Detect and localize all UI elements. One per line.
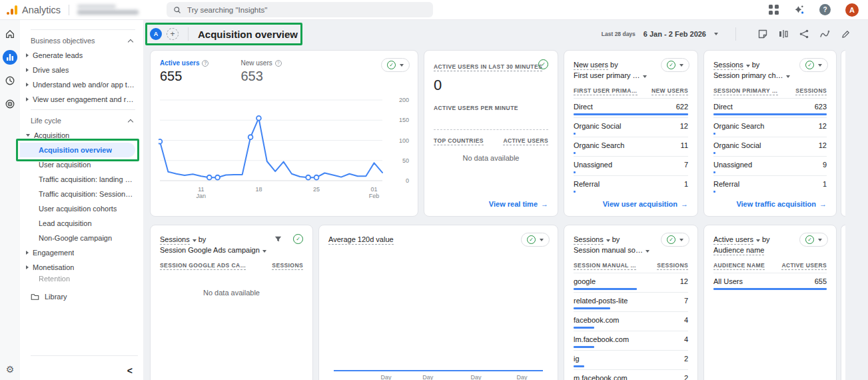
account-property-selector[interactable] (77, 5, 139, 15)
sidebar-item-traffic-acquisition-session[interactable]: Traffic acquisition: Session… (20, 187, 143, 201)
chevron-down-icon (643, 75, 647, 78)
metric-selector[interactable]: New users (574, 61, 608, 70)
sidebar-item-acquisition-overview[interactable]: Acquisition overview (20, 143, 135, 157)
sidebar-item-generate-leads[interactable]: Generate leads (20, 48, 143, 63)
page-title: Acquisition overview (198, 29, 298, 40)
chevron-down-icon (400, 64, 404, 67)
card-active-users-by-audience: Active users by Audience name ✓ AUDIENCE… (703, 225, 837, 380)
data-quality-dropdown[interactable]: ✓ (521, 233, 550, 247)
metric-value: 623 (815, 103, 827, 111)
insights-sparkle-icon[interactable] (793, 4, 805, 15)
dimension-value: Organic Search (574, 141, 624, 149)
view-real-time-link[interactable]: View real time→ (489, 200, 548, 208)
sidebar-item-retention[interactable]: Retention (20, 275, 143, 281)
explore-icon[interactable] (3, 73, 17, 88)
sidebar-item-user-acquisition[interactable]: User acquisition (20, 157, 143, 172)
reports-icon[interactable] (3, 50, 17, 65)
admin-gear-icon[interactable]: ⚙ (0, 364, 20, 375)
chevron-down-icon (646, 250, 650, 253)
sidebar-item-engagement[interactable]: Engagement (20, 245, 143, 260)
table-row: Organic Search12 (713, 117, 827, 135)
page-toolbar: A + Acquisition overview Last 28 days 6 … (143, 20, 868, 48)
sidebar-item-understand-web-and-or-app-t[interactable]: Understand web and/or app t… (20, 77, 143, 92)
data-quality-check-icon[interactable]: ✓ (538, 59, 548, 69)
share-icon[interactable] (799, 29, 809, 39)
metric-new-users[interactable]: New users? 653 (240, 59, 281, 84)
sidebar-item-traffic-acquisition-landing[interactable]: Traffic acquisition: landing … (20, 172, 143, 187)
chevron-down-icon (818, 239, 822, 241)
advertising-icon[interactable] (3, 97, 17, 111)
by-label: by (612, 235, 620, 243)
metric-selector[interactable]: Sessions (713, 61, 743, 70)
table-row: m.facebook.com2 (574, 369, 688, 380)
chevron-right-icon (26, 251, 29, 255)
metric-value: 2 (684, 374, 688, 380)
value-bar (713, 113, 827, 115)
sidebar-item-library[interactable]: Library (20, 289, 143, 304)
by-label: by (610, 61, 618, 69)
chevron-down-icon (606, 239, 610, 242)
sidebar-item-label: View user engagement and r… (33, 95, 133, 104)
data-quality-dropdown[interactable]: ✓ (381, 58, 410, 72)
dimension-value: facebook.com (574, 316, 619, 324)
data-quality-dropdown[interactable]: ✓ (799, 58, 828, 72)
dimension-selector[interactable]: Session Google Ads campaign (160, 245, 303, 255)
card-active-users-trend: Active users? 655 New users? 653 ✓ 05010… (150, 50, 418, 217)
chevron-down-icon (262, 250, 266, 253)
sidebar-item-lead-acquisition[interactable]: Lead acquisition (20, 216, 143, 231)
sidebar-item-monetisation[interactable]: Monetisation (20, 260, 143, 275)
date-range-picker[interactable]: 6 Jan - 2 Feb 2026 (644, 30, 706, 38)
arrow-right-icon: → (541, 200, 548, 208)
table-header-row: FIRST USER PRIMA…NEW USERS (574, 87, 688, 98)
value-bar (713, 152, 715, 154)
sidebar-item-acquisition[interactable]: Acquisition (20, 128, 143, 143)
svg-text:150: 150 (399, 117, 409, 123)
chevron-right-icon (26, 83, 29, 87)
sidebar-section-business-objectives[interactable]: Business objectives (20, 33, 143, 48)
data-quality-dropdown[interactable]: ✓ (661, 233, 689, 247)
card-new-users-by-channel: New users by First user primary … ✓ FIRS… (564, 50, 698, 217)
metric-value: 655 (160, 69, 209, 84)
collapse-sidebar-button[interactable]: < (127, 365, 133, 376)
apps-grid-icon[interactable] (769, 5, 779, 15)
metric-label: New users (240, 59, 272, 67)
sidebar-item-user-acquisition-cohorts[interactable]: User acquisition cohorts (20, 201, 143, 216)
metric-value: 7 (684, 161, 688, 169)
sidebar-item-view-user-engagement-and-r[interactable]: View user engagement and r… (20, 92, 143, 107)
note-icon[interactable] (757, 29, 768, 39)
metric-selector[interactable]: Active users (713, 235, 753, 245)
help-icon[interactable]: ? (819, 4, 831, 15)
dimension-value: Unassigned (574, 161, 612, 169)
ab-compare-icon[interactable] (778, 29, 789, 39)
metric-selector[interactable]: Sessions (160, 235, 190, 245)
data-quality-dropdown[interactable]: ✓ (799, 233, 828, 247)
metric-selector[interactable]: Sessions (574, 235, 604, 245)
sidebar-item-drive-sales[interactable]: Drive sales (20, 63, 143, 77)
sidebar-item-label: User acquisition (39, 161, 91, 169)
svg-text:100: 100 (399, 137, 409, 144)
user-avatar[interactable]: A (845, 3, 859, 17)
insights-icon[interactable] (819, 29, 831, 39)
metric-active-users[interactable]: Active users? 655 (160, 59, 209, 84)
sidebar-item-label: Acquisition overview (39, 146, 112, 155)
edit-icon[interactable] (841, 29, 851, 39)
column-header: AUDIENCE NAME (713, 262, 765, 270)
home-icon[interactable] (3, 27, 17, 41)
value-bar (713, 171, 715, 173)
data-quality-check-icon[interactable]: ✓ (293, 234, 303, 244)
chevron-right-icon (26, 53, 29, 57)
view-traffic-acquisition-link[interactable]: View traffic acquisition→ (736, 200, 827, 208)
section-label: Life cycle (31, 117, 61, 125)
add-comparison-button[interactable]: + (167, 28, 179, 40)
dimension-value: Direct (574, 103, 593, 111)
sidebar-item-label: Lead acquisition (39, 219, 92, 228)
view-user-acquisition-link[interactable]: View user acquisition→ (603, 200, 688, 208)
sidebar-section-life-cycle[interactable]: Life cycle (20, 113, 143, 128)
data-quality-dropdown[interactable]: ✓ (661, 58, 689, 72)
search-input[interactable]: Try searching "Insights" (167, 2, 433, 17)
metric-value: 12 (819, 141, 827, 149)
svg-text:Day: Day (471, 374, 482, 380)
filter-icon[interactable] (272, 233, 284, 245)
table-row: google12 (574, 273, 688, 290)
sidebar-item-non-google-campaign[interactable]: Non-Google campaign (20, 231, 143, 245)
